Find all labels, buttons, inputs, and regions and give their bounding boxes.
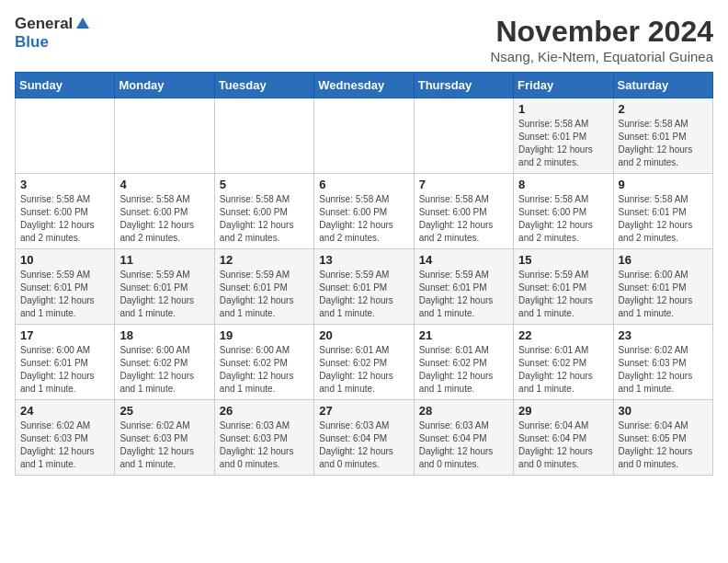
day-info: Sunrise: 5:58 AMSunset: 6:00 PMDaylight:… bbox=[20, 193, 109, 245]
day-cell: 21Sunrise: 6:01 AMSunset: 6:02 PMDayligh… bbox=[414, 325, 513, 400]
day-number: 22 bbox=[518, 328, 608, 342]
day-cell: 12Sunrise: 5:59 AMSunset: 6:01 PMDayligh… bbox=[214, 249, 313, 325]
day-number: 20 bbox=[319, 328, 408, 342]
day-number: 15 bbox=[518, 253, 608, 267]
day-number: 2 bbox=[619, 102, 708, 116]
day-info: Sunrise: 5:59 AMSunset: 6:01 PMDaylight:… bbox=[220, 269, 309, 320]
day-number: 12 bbox=[220, 253, 309, 267]
calendar-header-row: SundayMondayTuesdayWednesdayThursdayFrid… bbox=[16, 73, 713, 98]
day-number: 7 bbox=[419, 178, 508, 191]
day-info: Sunrise: 6:04 AMSunset: 6:05 PMDaylight:… bbox=[619, 419, 708, 471]
day-cell: 26Sunrise: 6:03 AMSunset: 6:03 PMDayligh… bbox=[214, 400, 313, 476]
day-info: Sunrise: 6:00 AMSunset: 6:02 PMDaylight:… bbox=[119, 344, 209, 396]
day-info: Sunrise: 6:03 AMSunset: 6:04 PMDaylight:… bbox=[319, 419, 408, 471]
day-cell: 7Sunrise: 5:58 AMSunset: 6:00 PMDaylight… bbox=[414, 174, 513, 249]
day-cell: 9Sunrise: 5:58 AMSunset: 6:01 PMDaylight… bbox=[613, 174, 712, 249]
column-header-friday: Friday bbox=[514, 73, 613, 98]
day-cell: 10Sunrise: 5:59 AMSunset: 6:01 PMDayligh… bbox=[16, 249, 115, 325]
day-info: Sunrise: 5:59 AMSunset: 6:01 PMDaylight:… bbox=[419, 269, 508, 320]
day-info: Sunrise: 6:03 AMSunset: 6:04 PMDaylight:… bbox=[419, 419, 508, 471]
day-info: Sunrise: 5:58 AMSunset: 6:01 PMDaylight:… bbox=[518, 118, 608, 169]
day-number: 9 bbox=[619, 178, 708, 191]
day-number: 28 bbox=[419, 404, 508, 418]
column-header-monday: Monday bbox=[115, 73, 214, 98]
day-number: 24 bbox=[20, 404, 109, 418]
day-cell bbox=[115, 98, 214, 174]
day-info: Sunrise: 6:01 AMSunset: 6:02 PMDaylight:… bbox=[319, 344, 408, 396]
day-number: 18 bbox=[119, 328, 209, 342]
day-info: Sunrise: 5:58 AMSunset: 6:00 PMDaylight:… bbox=[119, 193, 209, 245]
day-info: Sunrise: 6:02 AMSunset: 6:03 PMDaylight:… bbox=[20, 419, 109, 471]
day-info: Sunrise: 6:00 AMSunset: 6:01 PMDaylight:… bbox=[619, 269, 708, 320]
day-cell: 23Sunrise: 6:02 AMSunset: 6:03 PMDayligh… bbox=[613, 325, 712, 400]
day-cell: 16Sunrise: 6:00 AMSunset: 6:01 PMDayligh… bbox=[613, 249, 712, 325]
day-cell: 3Sunrise: 5:58 AMSunset: 6:00 PMDaylight… bbox=[16, 174, 115, 249]
column-header-sunday: Sunday bbox=[16, 73, 115, 98]
week-row-4: 17Sunrise: 6:00 AMSunset: 6:01 PMDayligh… bbox=[16, 325, 713, 400]
day-number: 11 bbox=[119, 253, 209, 267]
day-info: Sunrise: 5:58 AMSunset: 6:00 PMDaylight:… bbox=[419, 193, 508, 245]
day-cell: 22Sunrise: 6:01 AMSunset: 6:02 PMDayligh… bbox=[514, 325, 613, 400]
day-info: Sunrise: 6:01 AMSunset: 6:02 PMDaylight:… bbox=[419, 344, 508, 396]
day-info: Sunrise: 5:58 AMSunset: 6:00 PMDaylight:… bbox=[518, 193, 608, 245]
day-cell: 1Sunrise: 5:58 AMSunset: 6:01 PMDaylight… bbox=[514, 98, 613, 174]
day-cell: 25Sunrise: 6:02 AMSunset: 6:03 PMDayligh… bbox=[115, 400, 214, 476]
day-info: Sunrise: 5:59 AMSunset: 6:01 PMDaylight:… bbox=[20, 269, 109, 320]
week-row-1: 1Sunrise: 5:58 AMSunset: 6:01 PMDaylight… bbox=[16, 98, 713, 174]
day-cell: 14Sunrise: 5:59 AMSunset: 6:01 PMDayligh… bbox=[414, 249, 513, 325]
day-info: Sunrise: 6:00 AMSunset: 6:01 PMDaylight:… bbox=[20, 344, 109, 396]
day-number: 21 bbox=[419, 328, 508, 342]
column-header-wednesday: Wednesday bbox=[314, 73, 414, 98]
day-number: 14 bbox=[419, 253, 508, 267]
svg-marker-0 bbox=[76, 17, 89, 29]
day-number: 17 bbox=[20, 328, 109, 342]
day-cell: 2Sunrise: 5:58 AMSunset: 6:01 PMDaylight… bbox=[613, 98, 712, 174]
day-info: Sunrise: 5:58 AMSunset: 6:00 PMDaylight:… bbox=[220, 193, 309, 245]
logo-general: General bbox=[15, 15, 73, 33]
day-cell: 20Sunrise: 6:01 AMSunset: 6:02 PMDayligh… bbox=[314, 325, 414, 400]
day-cell: 24Sunrise: 6:02 AMSunset: 6:03 PMDayligh… bbox=[16, 400, 115, 476]
day-number: 19 bbox=[220, 328, 309, 342]
day-number: 5 bbox=[220, 178, 309, 191]
column-header-saturday: Saturday bbox=[613, 73, 712, 98]
logo-icon bbox=[74, 16, 91, 32]
logo-blue: Blue bbox=[15, 33, 49, 52]
day-info: Sunrise: 5:58 AMSunset: 6:01 PMDaylight:… bbox=[619, 193, 708, 245]
day-number: 29 bbox=[518, 404, 608, 418]
day-number: 13 bbox=[319, 253, 408, 267]
day-cell: 29Sunrise: 6:04 AMSunset: 6:04 PMDayligh… bbox=[514, 400, 613, 476]
week-row-3: 10Sunrise: 5:59 AMSunset: 6:01 PMDayligh… bbox=[16, 249, 713, 325]
day-number: 26 bbox=[220, 404, 309, 418]
day-cell: 18Sunrise: 6:00 AMSunset: 6:02 PMDayligh… bbox=[115, 325, 214, 400]
day-info: Sunrise: 5:58 AMSunset: 6:01 PMDaylight:… bbox=[619, 118, 708, 169]
day-cell: 6Sunrise: 5:58 AMSunset: 6:00 PMDaylight… bbox=[314, 174, 414, 249]
day-cell: 27Sunrise: 6:03 AMSunset: 6:04 PMDayligh… bbox=[314, 400, 414, 476]
day-cell: 5Sunrise: 5:58 AMSunset: 6:00 PMDaylight… bbox=[214, 174, 313, 249]
day-info: Sunrise: 6:00 AMSunset: 6:02 PMDaylight:… bbox=[220, 344, 309, 396]
day-cell: 11Sunrise: 5:59 AMSunset: 6:01 PMDayligh… bbox=[115, 249, 214, 325]
day-info: Sunrise: 5:59 AMSunset: 6:01 PMDaylight:… bbox=[319, 269, 408, 320]
day-number: 6 bbox=[319, 178, 408, 191]
week-row-5: 24Sunrise: 6:02 AMSunset: 6:03 PMDayligh… bbox=[16, 400, 713, 476]
header: General Blue November 2024 Nsang, Kie-Nt… bbox=[15, 15, 713, 64]
logo: General Blue bbox=[15, 15, 91, 52]
day-cell: 30Sunrise: 6:04 AMSunset: 6:05 PMDayligh… bbox=[613, 400, 712, 476]
day-cell: 13Sunrise: 5:59 AMSunset: 6:01 PMDayligh… bbox=[314, 249, 414, 325]
week-row-2: 3Sunrise: 5:58 AMSunset: 6:00 PMDaylight… bbox=[16, 174, 713, 249]
day-info: Sunrise: 6:03 AMSunset: 6:03 PMDaylight:… bbox=[220, 419, 309, 471]
day-number: 23 bbox=[619, 328, 708, 342]
day-info: Sunrise: 5:59 AMSunset: 6:01 PMDaylight:… bbox=[518, 269, 608, 320]
day-number: 10 bbox=[20, 253, 109, 267]
day-info: Sunrise: 6:02 AMSunset: 6:03 PMDaylight:… bbox=[119, 419, 209, 471]
location-subtitle: Nsang, Kie-Ntem, Equatorial Guinea bbox=[490, 49, 713, 64]
day-info: Sunrise: 6:01 AMSunset: 6:02 PMDaylight:… bbox=[518, 344, 608, 396]
day-cell bbox=[16, 98, 115, 174]
day-number: 4 bbox=[119, 178, 209, 191]
day-number: 16 bbox=[619, 253, 708, 267]
day-number: 30 bbox=[619, 404, 708, 418]
day-cell bbox=[414, 98, 513, 174]
day-cell bbox=[214, 98, 313, 174]
day-cell bbox=[314, 98, 414, 174]
column-header-thursday: Thursday bbox=[414, 73, 513, 98]
day-number: 25 bbox=[119, 404, 209, 418]
